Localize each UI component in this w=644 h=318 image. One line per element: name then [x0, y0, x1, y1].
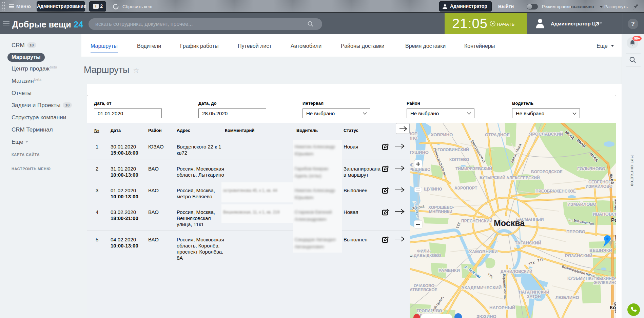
svg-text:ЖУЛЕБИНО: ЖУЛЕБИНО — [593, 280, 616, 285]
svg-text:ПЕРОВО: ПЕРОВО — [566, 229, 585, 234]
svg-text:ш.: ш. — [410, 253, 413, 257]
svg-text:МНЁВНИКИ: МНЁВНИКИ — [429, 209, 452, 214]
svg-text:РЯЗАНСКИЙ: РЯЗАНСКИЙ — [565, 253, 592, 258]
svg-text:АТВЕЕВСКОЕ: АТВЕЕВСКОЕ — [410, 287, 437, 292]
svg-text:ИНО: ИНО — [410, 136, 417, 141]
svg-text:НОЕ: НОЕ — [410, 132, 417, 136]
svg-text:НАГАТИНСКИЙ: НАГАТИНСКИЙ — [519, 290, 549, 295]
svg-text:ДАВЫДКОВО: ДАВЫДКОВО — [414, 253, 441, 258]
svg-text:АКАДЕМИЧЕСКИЙ: АКАДЕМИЧЕСКИЙ — [461, 285, 502, 290]
svg-text:АЛЕКСЕЕВСКИЙ: АЛЕКСЕЕВСКИЙ — [506, 175, 540, 180]
svg-text:ДАНИЛОВСКИЙ: ДАНИЛОВСКИЙ — [501, 269, 532, 274]
svg-text:Кот: Кот — [610, 304, 616, 310]
svg-text:Москва: Москва — [494, 218, 525, 228]
svg-text:ЗАТОН: ЗАТОН — [527, 294, 541, 299]
svg-text:ПРЕСНЕНСКИЙ: ПРЕСНЕНСКИЙ — [461, 218, 492, 223]
svg-text:СЕВЕРНОЕ: СЕВЕРНОЕ — [588, 180, 611, 184]
svg-text:БУТЫРСКИЙ: БУТЫРСКИЙ — [480, 175, 505, 180]
svg-text:БОГОРОДСКОЕ: БОГОРОДСКОЕ — [531, 170, 563, 174]
svg-text:ФИЛИ-: ФИЛИ- — [417, 249, 431, 254]
svg-text:ТИМИРЯЗЕВСКИЙ: ТИМИРЯЗЕВСКИЙ — [455, 166, 492, 171]
svg-text:ХАМОВНИКИ: ХАМОВНИКИ — [469, 249, 497, 254]
svg-text:Ре: Ре — [611, 217, 616, 223]
svg-text:ИВАНОВСКОЕ: ИВАНОВСКОЕ — [593, 212, 616, 217]
svg-text:ЯРОСЛАВСКИЙ: ЯРОСЛАВСКИЙ — [529, 132, 563, 137]
svg-text:НАГОРНЫЙ: НАГОРНЫЙ — [489, 305, 515, 310]
svg-text:ХОРОШЁВО-: ХОРОШЁВО- — [428, 205, 454, 210]
svg-text:ГОЛОВИНСКИЙ: ГОЛОВИНСКИЙ — [437, 147, 469, 152]
svg-text:ХОВРИНО: ХОВРИНО — [431, 132, 453, 137]
svg-text:АЭРОПОРТ: АЭРОПОРТ — [454, 186, 477, 191]
svg-text:ВЕШНЯКИ: ВЕШНЯКИ — [589, 248, 612, 253]
svg-text:ТУШИНО: ТУШИНО — [410, 150, 429, 155]
svg-text:ИЗМАЙЛОВО: ИЗМАЙЛОВО — [567, 202, 596, 207]
svg-text:ИЗМАЙЛОВО: ИЗМАЙЛОВО — [586, 184, 612, 189]
svg-text:РАМЕНКИ: РАМЕНКИ — [438, 268, 460, 273]
svg-text:ГОЛЬЯНОВО: ГОЛЬЯНОВО — [577, 166, 605, 171]
svg-text:ТРОПАРЁВО-: ТРОПАРЁВО- — [416, 308, 444, 313]
svg-text:КОПТЕВО: КОПТЕВО — [449, 157, 469, 162]
svg-text:ЗЮЗИНО: ЗЮЗИНО — [476, 314, 496, 318]
svg-text:ПРЕОБРАЖЕНСКОЕ: ПРЕОБРАЖЕНСКОЕ — [535, 189, 576, 194]
svg-text:ТАГАНСКИЙ: ТАГАНСКИЙ — [515, 240, 541, 245]
svg-text:ЩУКИНО: ЩУКИНО — [424, 187, 442, 192]
svg-text:ОТРАДНОЕ: ОТРАДНОЕ — [485, 132, 510, 137]
svg-text:ЛЮБЛИНО: ЛЮБЛИНО — [555, 295, 579, 300]
